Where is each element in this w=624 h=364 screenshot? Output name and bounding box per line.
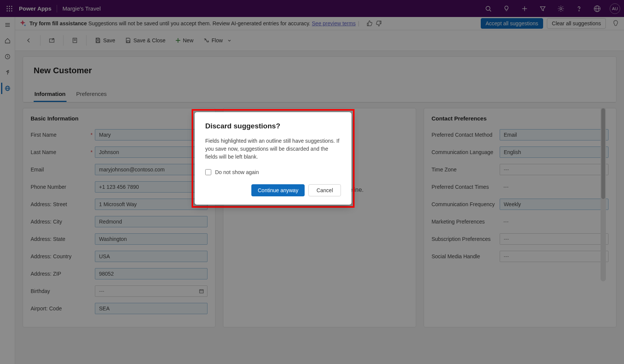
dialog-body: Fields highlighted with an outline still… bbox=[205, 137, 341, 161]
dont-show-check[interactable]: Do not show again bbox=[205, 169, 341, 175]
dont-show-checkbox[interactable] bbox=[205, 169, 211, 175]
continue-anyway-button[interactable]: Continue anyway bbox=[251, 184, 305, 196]
dont-show-label: Do not show again bbox=[215, 169, 259, 175]
cancel-button[interactable]: Cancel bbox=[308, 184, 341, 196]
dialog-highlight-box: Discard suggestions? Fields highlighted … bbox=[192, 109, 355, 208]
dialog-title: Discard suggestions? bbox=[205, 122, 341, 130]
discard-dialog: Discard suggestions? Fields highlighted … bbox=[195, 112, 351, 205]
